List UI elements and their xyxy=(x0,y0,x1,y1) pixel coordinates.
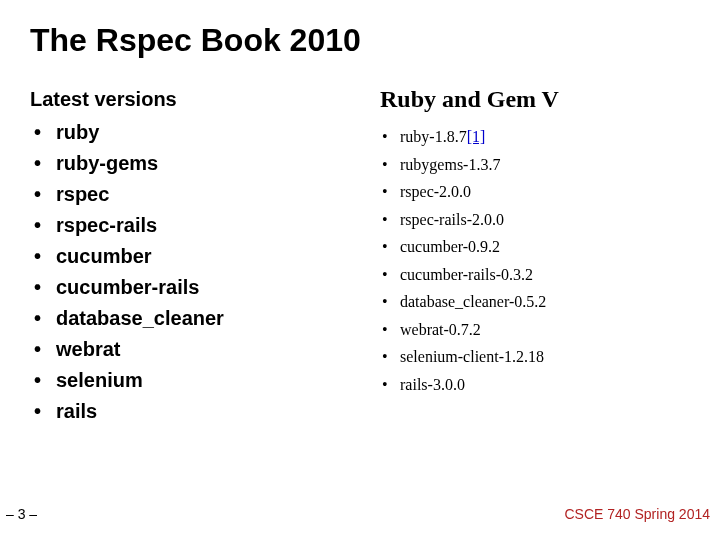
list-item: selenium-client-1.2.18 xyxy=(380,343,720,371)
list-item: ruby xyxy=(30,117,360,148)
list-item: cucumber-rails xyxy=(30,272,360,303)
list-item: rspec xyxy=(30,179,360,210)
right-bullet-list: ruby-1.8.7[1] rubygems-1.3.7 rspec-2.0.0… xyxy=(380,123,720,398)
version-text: cucumber-rails-0.3.2 xyxy=(400,266,533,283)
reference-link[interactable]: [1] xyxy=(467,128,486,145)
list-item: cucumber-rails-0.3.2 xyxy=(380,261,720,289)
list-item: rspec-rails xyxy=(30,210,360,241)
left-heading: Latest versions xyxy=(30,88,360,111)
version-text: rails-3.0.0 xyxy=(400,376,465,393)
list-item: rails-3.0.0 xyxy=(380,371,720,399)
list-item: cucumber-0.9.2 xyxy=(380,233,720,261)
version-text: rspec-rails-2.0.0 xyxy=(400,211,504,228)
left-column: Latest versions ruby ruby-gems rspec rsp… xyxy=(30,88,360,427)
list-item: rails xyxy=(30,396,360,427)
slide-title: The Rspec Book 2010 xyxy=(30,22,361,59)
list-item: database_cleaner-0.5.2 xyxy=(380,288,720,316)
list-item: selenium xyxy=(30,365,360,396)
version-text: rspec-2.0.0 xyxy=(400,183,471,200)
list-item: webrat-0.7.2 xyxy=(380,316,720,344)
list-item: cucumber xyxy=(30,241,360,272)
list-item: rspec-rails-2.0.0 xyxy=(380,206,720,234)
list-item: webrat xyxy=(30,334,360,365)
version-text: database_cleaner-0.5.2 xyxy=(400,293,546,310)
list-item: ruby-1.8.7[1] xyxy=(380,123,720,151)
footer-text: CSCE 740 Spring 2014 xyxy=(564,506,710,522)
right-column: Ruby and Gem V ruby-1.8.7[1] rubygems-1.… xyxy=(380,86,720,398)
version-text: webrat-0.7.2 xyxy=(400,321,481,338)
right-heading: Ruby and Gem V xyxy=(380,86,720,113)
list-item: rspec-2.0.0 xyxy=(380,178,720,206)
list-item: rubygems-1.3.7 xyxy=(380,151,720,179)
version-text: selenium-client-1.2.18 xyxy=(400,348,544,365)
version-text: rubygems-1.3.7 xyxy=(400,156,500,173)
version-text: ruby-1.8.7 xyxy=(400,128,467,145)
version-text: cucumber-0.9.2 xyxy=(400,238,500,255)
list-item: database_cleaner xyxy=(30,303,360,334)
list-item: ruby-gems xyxy=(30,148,360,179)
left-bullet-list: ruby ruby-gems rspec rspec-rails cucumbe… xyxy=(30,117,360,427)
slide-number: – 3 – xyxy=(6,506,37,522)
